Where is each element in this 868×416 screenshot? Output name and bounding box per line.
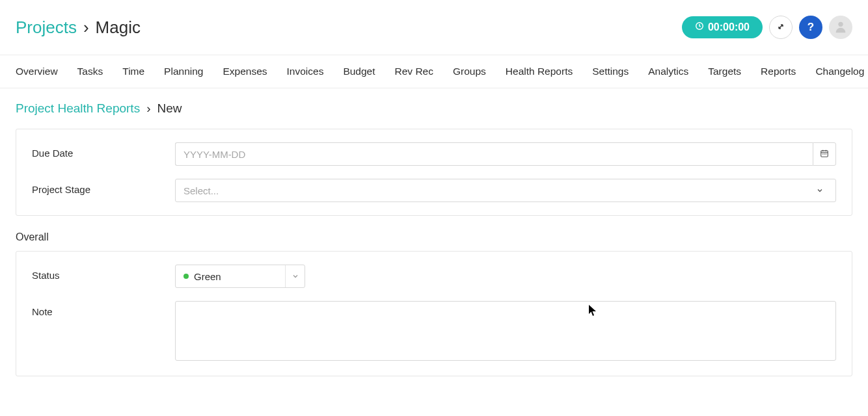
status-dot-icon [183,274,189,279]
due-date-input[interactable] [175,142,813,166]
breadcrumb: Projects › Magic [16,18,141,38]
overall-title: Overall [16,231,852,243]
tab-planning[interactable]: Planning [164,66,203,77]
tab-changelog[interactable]: Changelog [815,66,864,77]
breadcrumb-current: Magic [96,18,141,38]
calendar-button[interactable] [813,142,836,166]
chevron-down-icon [285,265,305,287]
project-stage-select[interactable]: Select... [175,179,836,202]
note-label: Note [32,301,175,317]
timer-value: 00:00:00 [708,21,750,33]
breadcrumb-root[interactable]: Projects [16,18,77,38]
sub-breadcrumb: Project Health Reports › New [0,88,868,129]
calendar-icon [820,149,829,160]
status-label: Status [32,265,175,281]
nav-tabs: Overview Tasks Time Planning Expenses In… [0,55,868,88]
clock-icon [695,21,704,33]
chevron-right-icon: › [146,101,150,116]
tab-invoices[interactable]: Invoices [287,66,324,77]
tab-time[interactable]: Time [122,66,144,77]
timer-button[interactable]: 00:00:00 [682,16,763,38]
project-stage-placeholder: Select... [183,185,219,196]
expand-icon [776,22,785,33]
due-date-label: Due Date [32,142,175,159]
project-stage-label: Project Stage [32,179,175,195]
details-panel: Due Date Project Stage Se [16,129,852,216]
sub-breadcrumb-current: New [157,101,182,116]
tab-rev-rec[interactable]: Rev Rec [395,66,433,77]
expand-button[interactable] [769,16,793,39]
help-icon: ? [807,21,814,34]
tab-overview[interactable]: Overview [16,66,58,77]
tab-groups[interactable]: Groups [453,66,486,77]
user-icon [834,20,848,36]
note-textarea[interactable] [175,301,836,361]
tab-targets[interactable]: Targets [708,66,741,77]
sub-breadcrumb-root[interactable]: Project Health Reports [16,101,140,116]
status-value: Green [194,271,221,282]
tab-tasks[interactable]: Tasks [77,66,103,77]
status-select[interactable]: Green [175,265,305,288]
tab-health-reports[interactable]: Health Reports [506,66,573,77]
chevron-down-icon [812,187,828,194]
chevron-right-icon: › [83,18,89,38]
tab-settings[interactable]: Settings [592,66,629,77]
overall-panel: Status Green Note [16,251,852,376]
tab-reports[interactable]: Reports [761,66,796,77]
svg-point-1 [838,21,843,26]
avatar[interactable] [829,16,852,39]
tab-budget[interactable]: Budget [343,66,375,77]
help-button[interactable]: ? [799,16,822,39]
tab-expenses[interactable]: Expenses [223,66,267,77]
tab-analytics[interactable]: Analytics [648,66,688,77]
